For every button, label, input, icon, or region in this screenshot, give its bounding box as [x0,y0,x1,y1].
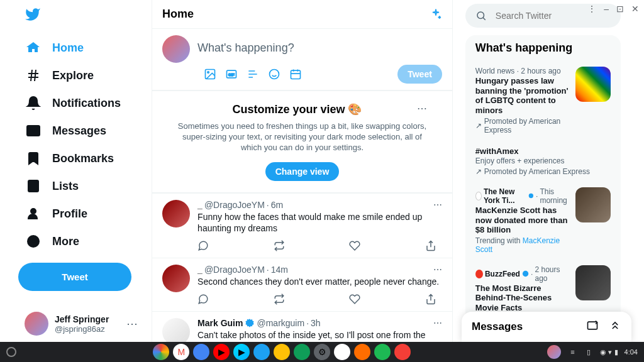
share-icon[interactable] [425,240,436,251]
spotify-icon[interactable] [374,344,391,360]
pocketcasts-icon[interactable] [394,344,411,360]
nav-explore[interactable]: Explore [18,62,144,89]
tweet-more-icon[interactable]: ⋯ [433,200,442,210]
home-icon [26,40,41,55]
sidebar-profile[interactable]: Jeff Springer @jspring86az ⋯ [18,305,144,342]
chrome-icon[interactable] [153,344,169,360]
media-icon[interactable] [204,68,216,80]
messages-dock[interactable]: Messages [462,312,631,342]
tweet-handle: @DragoJoeYM [204,265,265,275]
play-icon[interactable]: ▶ [233,344,250,360]
like-icon[interactable] [349,240,360,251]
nav-home[interactable]: Home [18,34,144,62]
trend-title: Hungary passes law banning the 'promotio… [475,76,569,115]
like-icon[interactable] [349,293,360,305]
status-icons[interactable]: ◉ ▾ ▮ [600,348,618,356]
photos-icon[interactable] [334,344,350,360]
trending-link[interactable]: MacKenzie Scott [475,236,560,254]
trend-title: The Most Bizarre Behind-The-Scenes Movie… [475,283,569,313]
nav-messages[interactable]: Messages [18,117,144,145]
promoted-label: ↗ Promoted by American Express [475,117,569,134]
compose-tweet-button[interactable]: Tweet [397,65,442,84]
avatar[interactable] [162,318,190,342]
nav-bookmarks[interactable]: Bookmarks [18,145,144,172]
files-icon[interactable] [274,344,290,360]
tweet-more-icon[interactable]: ⋯ [433,318,442,328]
nav-more[interactable]: More [18,228,144,255]
poll-icon[interactable] [247,68,259,80]
source-icon [475,192,482,200]
reply-icon[interactable] [197,240,209,251]
verified-icon [522,270,529,278]
reply-icon[interactable] [197,293,209,305]
youtube-icon[interactable]: ▶ [213,344,230,360]
avatar[interactable] [162,265,190,292]
tweet-author[interactable]: _ [197,265,203,275]
share-icon[interactable] [425,293,436,305]
whats-happening-title: What's happening [465,35,621,61]
settings-icon[interactable]: ⚙ [314,344,330,360]
sidebar-tweet-button[interactable]: Tweet [18,263,131,291]
trending-with: Trending with MacKenzie Scott [475,236,569,254]
twitter-logo[interactable] [18,0,144,31]
emoji-icon[interactable] [268,68,280,80]
minimize-icon[interactable]: – [604,4,609,14]
nav-profile[interactable]: Profile [18,200,144,228]
hash-icon [26,68,41,83]
change-view-button[interactable]: Change view [265,162,340,181]
window-menu-icon[interactable]: ⋮ [587,4,596,14]
maximize-icon[interactable]: ⊡ [616,4,624,14]
svg-point-15 [523,271,528,277]
nav-lists[interactable]: Lists [18,172,144,200]
notification-tray-icon[interactable]: ≡ [567,347,577,357]
trend-image [575,187,611,222]
app-icon[interactable] [354,344,370,360]
nav-label: Explore [52,69,94,82]
avatar[interactable] [162,35,190,63]
sparkle-icon[interactable] [430,8,442,21]
close-icon[interactable]: ✕ [631,4,639,14]
user-avatar[interactable] [547,345,561,359]
list-icon [26,178,41,194]
schedule-icon[interactable] [289,68,302,80]
docs-icon[interactable] [193,344,209,360]
hangouts-icon[interactable] [294,344,310,360]
tweet-author[interactable]: Mark Guim [197,318,243,328]
retweet-icon[interactable] [274,240,285,251]
page-title: Home [162,8,194,21]
gmail-icon[interactable]: M [173,344,189,360]
compose-input[interactable]: What's happening? [197,35,442,61]
new-message-icon[interactable] [586,319,599,334]
customize-title: Customize your view 🎨 [177,102,427,116]
tweet[interactable]: Mark Guim @markguim · 3h ⋯ Can't take ph… [152,312,452,342]
profile-icon [26,206,41,221]
trend-item[interactable]: #withAmex Enjoy offers + experiences ↗ P… [465,140,621,182]
retweet-icon[interactable] [274,293,285,305]
expand-icon[interactable] [609,319,621,334]
trend-item[interactable]: BuzzFeed · 2 hours ago The Most Bizarre … [465,260,621,319]
tweet-handle: @DragoJoeYM [204,200,265,210]
avatar[interactable] [162,200,190,228]
tweet-handle: @markguim [257,318,304,328]
profile-more-icon[interactable]: ⋯ [126,317,138,331]
tweet[interactable]: _ @DragoJoeYM · 14m ⋯ Second chances the… [152,258,452,312]
svg-point-8 [208,72,209,74]
svg-text:GIF: GIF [228,73,235,77]
svg-point-5 [33,241,34,242]
phone-icon[interactable]: ▯ [584,347,594,357]
tweet-more-icon[interactable]: ⋯ [433,265,442,275]
trend-item[interactable]: World news · 2 hours ago Hungary passes … [465,61,621,140]
avatar [25,312,48,336]
gif-icon[interactable]: GIF [225,68,238,80]
trend-item[interactable]: The New York Ti... · This morning MacKen… [465,182,621,260]
tweet-author[interactable]: _ [197,200,203,210]
clock[interactable]: 4:04 [625,348,638,356]
nav-notifications[interactable]: Notifications [18,89,144,117]
tweet[interactable]: _ @DragoJoeYM · 6m ⋯ Funny how the faces… [152,194,452,258]
launcher-icon[interactable] [6,347,16,357]
more-icon[interactable]: ⋯ [417,102,427,114]
customize-desc: Sometimes you need to freshen things up … [177,121,427,153]
twitter-app-icon[interactable] [253,344,270,360]
nav-label: More [52,235,79,248]
svg-point-11 [270,70,279,79]
